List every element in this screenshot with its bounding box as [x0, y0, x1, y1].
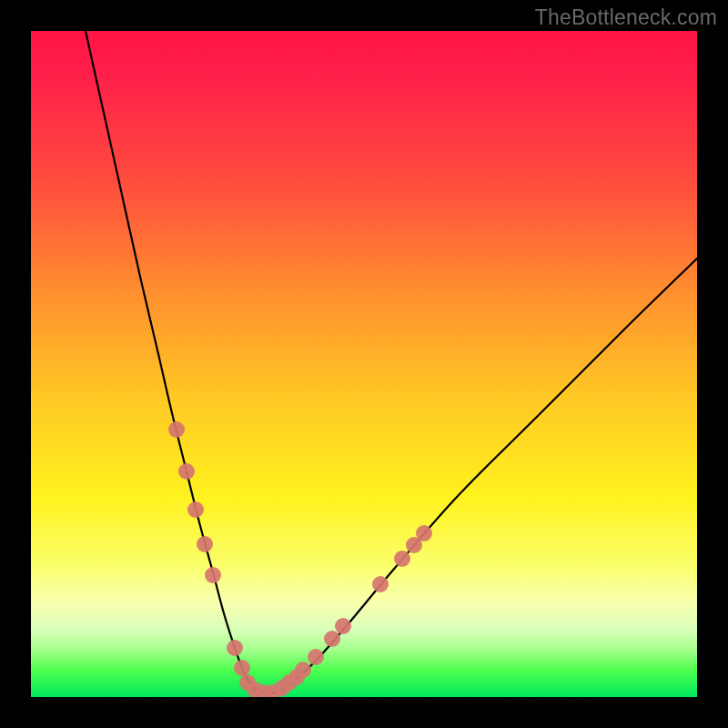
- bead-point: [335, 618, 351, 634]
- bead-point: [416, 525, 432, 541]
- bead-point: [372, 576, 389, 592]
- curve-svg: [31, 31, 697, 697]
- bead-point: [234, 660, 250, 676]
- bead-point: [227, 640, 243, 656]
- bead-point: [197, 536, 213, 552]
- chart-frame: TheBottleneck.com: [0, 0, 728, 728]
- bead-point: [324, 631, 340, 647]
- bead-point: [308, 649, 324, 665]
- beads-group: [168, 421, 432, 697]
- bead-point: [205, 567, 221, 583]
- bead-point: [394, 551, 410, 567]
- bead-point: [187, 501, 204, 518]
- plot-area: [31, 31, 697, 697]
- bead-point: [178, 463, 195, 480]
- bead-point: [295, 662, 311, 678]
- bottleneck-curve: [86, 31, 697, 693]
- watermark-text: TheBottleneck.com: [535, 5, 717, 30]
- bead-point: [168, 421, 185, 438]
